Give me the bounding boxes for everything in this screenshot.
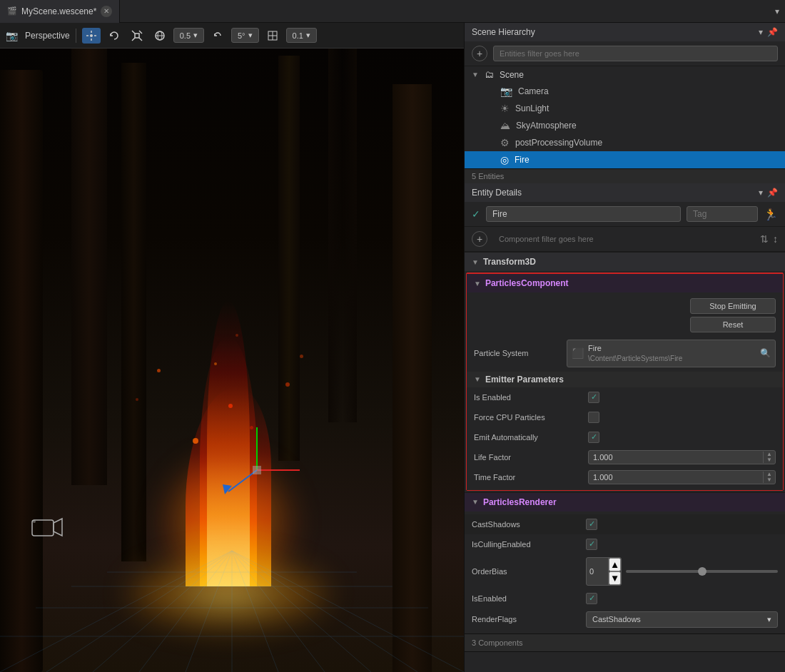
rotate-tool-button[interactable] [105,28,123,44]
order-bias-text[interactable] [587,565,608,578]
angle-value-button[interactable]: 5° ▾ [231,28,259,43]
life-factor-input[interactable]: ▲ ▼ [588,450,776,464]
sunlight-label: SunLight [515,103,549,113]
is-enabled-label: Is Enabled [474,393,588,402]
order-bias-up[interactable]: ▲ [609,558,621,571]
particle-system-picker[interactable]: ⬛ Fire \Content\ParticleSystems\Fire 🔍 [567,340,776,367]
hierarchy-item-fire[interactable]: ◎ Fire [465,151,785,168]
component-filter-row: + ⇅ ↕ [465,227,785,252]
emit-auto-label: Emit Automatically [474,433,588,442]
svg-line-8 [132,38,135,41]
particles-renderer-header[interactable]: ▼ ParticlesRenderer [465,492,785,511]
transform3d-header[interactable]: ▼ Transform3D [465,252,785,271]
order-bias-down[interactable]: ▼ [609,571,621,585]
order-bias-slider[interactable] [626,570,778,573]
particles-component-body: Stop Emitting Reset Particle System ⬛ Fi… [467,292,783,490]
emit-auto-checkbox[interactable] [588,432,599,443]
svg-point-0 [90,34,93,37]
life-factor-value: ▲ ▼ [588,450,776,464]
angle-chevron-icon: ▾ [248,31,253,40]
entity-details-title: Entity Details [472,188,522,198]
scale-tool-button[interactable] [128,28,146,44]
hierarchy-title-area: Scene Hierarchy [472,27,535,37]
transform-gizmo [214,427,300,515]
particles-renderer-label: ParticlesRenderer [483,497,557,507]
reset-button[interactable]: Reset [690,317,776,332]
entity-tag-input[interactable] [687,206,758,222]
svg-line-29 [232,551,417,672]
viewport-bg [0,49,464,672]
particle-4 [214,362,217,365]
life-factor-text[interactable] [589,451,763,464]
filter-arrow-icon[interactable]: ↕ [773,233,778,245]
particle-system-search-icon[interactable]: 🔍 [760,348,771,358]
particles-component-header[interactable]: ▼ ParticlesComponent [467,273,783,292]
renderer-is-enabled-checkbox[interactable] [586,593,597,604]
title-bar-chevron[interactable]: ▾ [775,6,785,16]
filter-sort-icon[interactable]: ⇅ [760,233,769,245]
world-button[interactable] [151,28,169,44]
entity-details-header[interactable]: Entity Details ▾ 📌 [465,183,785,202]
time-factor-down[interactable]: ▼ [764,477,775,483]
time-factor-label: Time Factor [474,473,588,482]
force-cpu-checkbox[interactable] [588,412,599,423]
move-tool-button[interactable] [82,28,101,44]
grid-value-button[interactable]: 0.1 ▾ [286,28,317,43]
hierarchy-item-sunlight[interactable]: ☀ SunLight [465,100,785,117]
hierarchy-pin-icon[interactable]: 📌 [767,27,778,37]
time-factor-value: ▲ ▼ [588,470,776,484]
order-bias-input[interactable]: ▲ ▼ [586,557,622,586]
entities-count: 5 Entities [465,169,785,183]
particle-1 [193,438,198,444]
emitter-params-header[interactable]: ▼ Emitter Parameters [467,372,783,387]
render-flags-select[interactable]: CastShadows ▾ [586,611,778,628]
hierarchy-item-skyatmosphere[interactable]: ⛰ SkyAtmosphere [465,117,785,134]
postprocessing-hierarchy-icon: ⚙ [500,137,510,148]
snap-value-label: 0.5 [180,31,191,40]
hierarchy-item-postprocessing[interactable]: ⚙ postProcessingVolume [465,134,785,151]
tree-trunk-6 [278,56,300,461]
stop-emitting-button[interactable]: Stop Emitting [690,298,776,314]
scene-root-item[interactable]: ▼ 🗂 Scene [465,66,785,83]
entity-details-collapse-icon[interactable]: ▾ [759,188,763,198]
entity-name-input[interactable] [486,206,681,222]
run-icon[interactable]: 🏃 [764,208,778,221]
life-factor-down[interactable]: ▼ [764,457,775,463]
add-entity-button[interactable]: + [472,46,487,61]
entity-enabled-check[interactable]: ✓ [472,208,480,220]
grid-button[interactable] [263,28,282,44]
cast-shadows-checkbox[interactable] [586,519,597,530]
viewport[interactable]: 📷 Perspective 0.5 ▾ 5° [0,23,464,672]
is-enabled-checkbox[interactable] [588,392,599,403]
postprocessing-label: postProcessingVolume [515,138,602,148]
culling-checkbox[interactable] [586,539,597,550]
hierarchy-actions: ▾ 📌 [759,27,778,37]
add-component-button[interactable]: + [472,231,487,247]
scene-icon: 🎬 [7,6,17,16]
renderer-is-enabled-row: IsEnabled [465,589,785,609]
particle-spread-3 [136,398,138,401]
render-flags-value: CastShadows [592,615,641,623]
particles-renderer-body: CastShadows IsCullingEnabled OrderBias [465,511,785,633]
force-cpu-label: Force CPU Particles [474,413,588,422]
hierarchy-collapse-icon[interactable]: ▾ [759,27,763,37]
svg-rect-37 [253,466,261,474]
time-factor-text[interactable] [589,471,763,484]
perspective-label: Perspective [25,31,70,41]
entity-details-pin-icon[interactable]: 📌 [767,188,778,198]
viewport-toolbar: 📷 Perspective 0.5 ▾ 5° [0,23,464,49]
tree-trunk-3 [328,49,357,422]
hierarchy-item-camera[interactable]: 📷 Camera [465,83,785,100]
is-enabled-row: Is Enabled [467,387,783,407]
component-filter-input[interactable] [499,235,754,243]
particles-renderer-collapse-icon: ▼ [472,498,479,506]
time-factor-input[interactable]: ▲ ▼ [588,470,776,484]
rotation-snap-button[interactable] [208,28,227,44]
tab-close-button[interactable]: ✕ [101,6,112,17]
svg-line-30 [232,551,464,672]
hierarchy-header[interactable]: Scene Hierarchy ▾ 📌 [465,23,785,41]
snap-value-button[interactable]: 0.5 ▾ [173,28,204,43]
scene-tab[interactable]: 🎬 MyScene.wescene* ✕ [0,0,120,23]
hierarchy-filter-input[interactable] [493,46,778,61]
reset-btn-row: Reset [467,317,783,335]
